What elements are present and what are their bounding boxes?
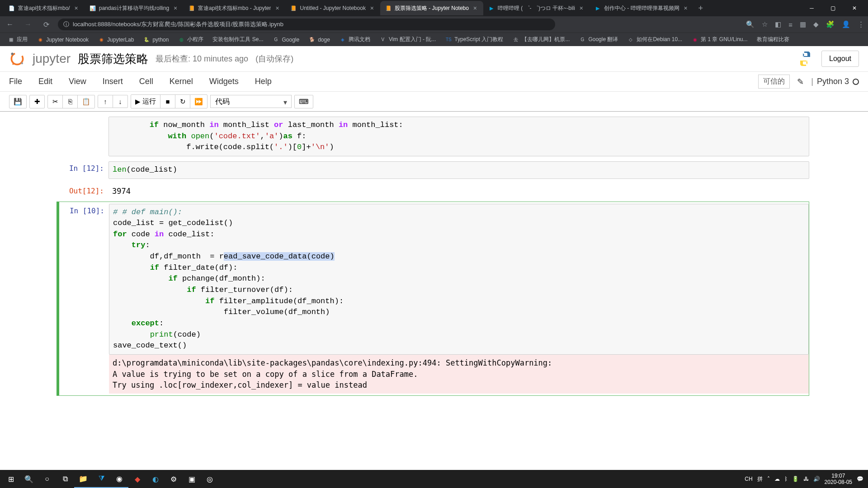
move-down-button[interactable]: ↓	[113, 95, 128, 108]
back-button[interactable]: ←	[4, 20, 16, 28]
bookmark-item[interactable]: TSTypeScript 入门教程	[441, 34, 507, 45]
app-icon[interactable]: ◆	[128, 470, 146, 488]
ext-icon[interactable]: ◧	[775, 20, 781, 28]
code-input[interactable]: # # def main(): code_list = get_codelist…	[109, 204, 809, 355]
bookmark-item[interactable]: GGoogle	[269, 35, 303, 45]
star-icon[interactable]: ☆	[762, 20, 768, 28]
bookmark-item[interactable]: 去【去哪儿网】机票...	[509, 34, 573, 45]
bookmark-item[interactable]: ◉JupyterLab	[94, 35, 137, 45]
bookmark-item[interactable]: ◈腾讯文档	[335, 34, 374, 45]
menu-icon[interactable]: ⋮	[858, 20, 864, 28]
close-icon[interactable]: ×	[578, 5, 585, 12]
close-icon[interactable]: ×	[172, 5, 179, 12]
bookmark-item[interactable]: ◇如何在Debian 10...	[623, 34, 686, 45]
logout-button[interactable]: Logout	[821, 51, 859, 67]
restart-run-all-button[interactable]: ⏩	[190, 94, 208, 108]
cortana-icon[interactable]: ○	[38, 470, 56, 488]
browser-tab[interactable]: ▶创作中心 - 哔哩哔哩弹幕视频网×	[590, 1, 694, 15]
code-cell[interactable]: if now_month in month_list or last_month…	[59, 115, 809, 158]
zoom-icon[interactable]: 🔍	[746, 20, 755, 28]
onedrive-icon[interactable]: ☁	[774, 476, 780, 482]
bookmark-item[interactable]: 🐍python	[139, 35, 172, 45]
terminal-icon[interactable]: ▣	[183, 470, 201, 488]
reload-button[interactable]: ⟳	[40, 20, 52, 29]
run-button[interactable]: ▶运行	[131, 94, 160, 108]
browser-tab[interactable]: 📄富途api技术指标mbo/×	[4, 1, 85, 15]
tray-chevron-icon[interactable]: ˄	[767, 476, 770, 482]
paste-button[interactable]: 📋	[77, 95, 95, 108]
close-icon[interactable]: ×	[73, 5, 80, 12]
code-cell-selected[interactable]: In [10]: # # def main(): code_list = get…	[57, 202, 809, 396]
add-cell-button[interactable]: ✚	[29, 95, 45, 108]
ext-icon[interactable]: ≡	[788, 21, 793, 28]
ext-icon[interactable]: ◆	[813, 20, 819, 28]
bookmark-item[interactable]: ◉Jupyter Notebook	[33, 35, 92, 45]
trusted-indicator[interactable]: 可信的	[758, 75, 790, 89]
forward-button[interactable]: →	[22, 20, 34, 28]
maximize-button[interactable]: ▢	[823, 1, 843, 15]
save-button[interactable]: 💾	[9, 95, 27, 108]
chrome-icon[interactable]: ◉	[110, 470, 128, 488]
network-icon[interactable]: 🖧	[803, 476, 809, 482]
menu-kernel[interactable]: Kernel	[170, 77, 193, 86]
code-input[interactable]: len(code_list)	[108, 161, 809, 179]
ime-mode[interactable]: 拼	[757, 475, 763, 483]
browser-tab[interactable]: ▶哔哩哔哩 ( ゜- ゜)つロ 干杯~-bili×	[483, 1, 590, 15]
minimize-button[interactable]: ─	[802, 1, 822, 15]
restart-button[interactable]: ↻	[175, 94, 190, 108]
new-tab-button[interactable]: +	[694, 4, 708, 13]
ime-indicator[interactable]: CH	[745, 476, 752, 482]
notebook-body[interactable]: if now_month in month_list or last_month…	[0, 112, 868, 455]
command-palette-button[interactable]: ⌨	[294, 95, 313, 108]
menu-edit[interactable]: Edit	[38, 77, 52, 86]
task-view-icon[interactable]: ⧉	[56, 470, 74, 488]
search-icon[interactable]: 🔍	[20, 470, 38, 488]
bookmark-item[interactable]: 安装包制作工具 Se...	[209, 34, 267, 45]
jupyter-brand[interactable]: jupyter	[33, 52, 71, 66]
kernel-indicator[interactable]: | Python 3	[811, 77, 859, 86]
profile-icon[interactable]: 👤	[842, 20, 850, 28]
extensions-icon[interactable]: 🧩	[826, 20, 835, 28]
browser-tab[interactable]: 📙Untitled - Jupyter Notebook×	[285, 1, 380, 15]
edit-icon[interactable]: ✎	[797, 77, 804, 87]
cut-button[interactable]: ✂	[47, 95, 63, 108]
menu-widgets[interactable]: Widgets	[209, 77, 239, 86]
close-icon[interactable]: ×	[472, 5, 479, 12]
code-input[interactable]: if now_month in month_list or last_month…	[108, 117, 809, 156]
bluetooth-icon[interactable]: ᛒ	[784, 476, 788, 482]
code-cell[interactable]: In [12]: len(code_list)	[59, 160, 809, 181]
cell-type-select[interactable]: 代码	[210, 95, 292, 108]
apps-shortcut[interactable]: ▦应用	[4, 34, 31, 45]
browser-tab-active[interactable]: 📙股票筛选策略 - Jupyter Notebo×	[380, 1, 483, 15]
bookmark-item[interactable]: VVim 配置入门 - 阮...	[376, 34, 439, 45]
site-info-icon[interactable]: ⓘ	[63, 20, 69, 28]
menu-view[interactable]: View	[69, 77, 86, 86]
menu-help[interactable]: Help	[255, 77, 272, 86]
app-icon[interactable]: ◐	[146, 470, 165, 488]
interrupt-button[interactable]: ■	[160, 94, 175, 108]
menu-file[interactable]: File	[9, 77, 22, 86]
notebook-title[interactable]: 股票筛选策略	[78, 51, 148, 67]
notifications-icon[interactable]: 💬	[857, 476, 863, 482]
close-window-button[interactable]: ✕	[844, 1, 864, 15]
vscode-icon[interactable]: ⧩	[92, 470, 110, 488]
bookmark-item[interactable]: ◉第 1 章 GNU/Linu...	[688, 34, 751, 45]
bookmark-item[interactable]: ◎小程序	[174, 34, 207, 45]
bookmark-item[interactable]: 教育编程比赛	[753, 34, 793, 45]
bookmark-item[interactable]: 🐕doge	[305, 35, 334, 45]
close-icon[interactable]: ×	[682, 5, 689, 12]
move-up-button[interactable]: ↑	[98, 95, 113, 108]
close-icon[interactable]: ×	[368, 5, 376, 12]
start-button[interactable]: ⊞	[2, 470, 20, 488]
copy-button[interactable]: ⎘	[62, 95, 78, 108]
battery-icon[interactable]: 🔋	[792, 476, 799, 482]
obs-icon[interactable]: ◎	[201, 470, 219, 488]
browser-tab[interactable]: 📊pandas计算移动平均线rolling×	[85, 1, 184, 15]
menu-cell[interactable]: Cell	[139, 77, 153, 86]
explorer-icon[interactable]: 📁	[74, 470, 92, 488]
menu-insert[interactable]: Insert	[103, 77, 123, 86]
browser-tab[interactable]: 📙富途api技术指标mbo - Jupyter×	[184, 1, 285, 15]
ext-icon[interactable]: ▦	[800, 20, 806, 28]
url-field[interactable]: ⓘ localhost:8888/notebooks/东方财富爬虫/陈国彬条件选…	[58, 19, 555, 30]
clock[interactable]: 19:07 2020-08-05	[825, 473, 852, 486]
